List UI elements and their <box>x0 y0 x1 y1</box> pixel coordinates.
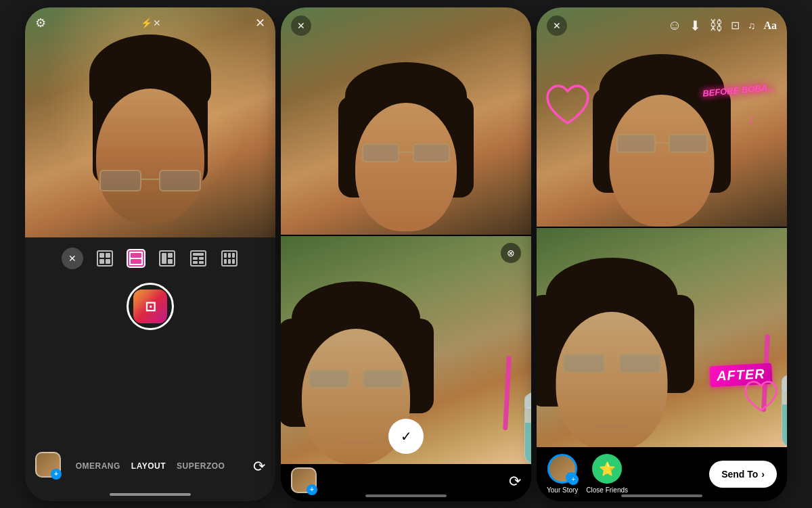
layout-option-4[interactable] <box>189 249 208 268</box>
layout-icon-s3[interactable]: ⊡ <box>731 19 740 32</box>
your-story-label: Your Story <box>547 486 578 494</box>
story-plus-icon: + <box>568 474 579 485</box>
screen3: ✕ ☺ ⬇ ⛓ ⊡ ♫ Aa <box>537 7 787 501</box>
glasses-s3 <box>616 134 708 154</box>
friends-avatar: ⭐ <box>592 454 622 484</box>
glasses-right <box>159 170 201 191</box>
layout-option-1[interactable] <box>95 249 114 268</box>
smile-bot-s3 <box>593 421 631 427</box>
glasses-left <box>99 170 141 191</box>
layout-wrapper-2: ✕ <box>281 7 531 464</box>
face-bottom-s3 <box>537 258 696 447</box>
screen2: ✕ <box>281 7 531 501</box>
screen3-close-button[interactable]: ✕ <box>547 16 567 36</box>
checkmark-icon: ✓ <box>401 428 412 444</box>
close-layout-button[interactable]: ✕ <box>62 248 83 269</box>
boba-cup-body <box>524 407 531 464</box>
close-icon[interactable]: ✕ <box>255 16 265 30</box>
close-layout-icon: ✕ <box>68 253 76 264</box>
mode-superzoom[interactable]: SUPERZOO <box>177 461 225 471</box>
mode-layout[interactable]: LAYOUT <box>131 461 166 471</box>
glasses-left-bot-s3 <box>563 354 605 373</box>
close-friends-label: Close Friends <box>586 486 628 494</box>
camera-rotate-icon[interactable]: ⟳ <box>253 458 265 476</box>
sticker-icon[interactable]: ☺ <box>668 18 681 33</box>
flash-icon[interactable]: ⚡ <box>141 18 152 28</box>
boba-liquid-s3 <box>782 405 787 446</box>
layout-bottom-photo: ⊗ <box>281 236 531 464</box>
screen2-close-button[interactable]: ✕ <box>291 16 311 36</box>
settings-icon[interactable]: ⚙ <box>35 16 46 30</box>
close-friends-button[interactable]: ⭐ Close Friends <box>586 454 628 494</box>
music-icon[interactable]: ♫ <box>748 20 755 31</box>
boba-dome <box>524 390 531 409</box>
delete-photo-button[interactable]: ⊗ <box>501 243 521 263</box>
glasses-right-bot-s3 <box>619 354 661 373</box>
heart-left-drawn <box>544 84 591 128</box>
rotate-icon-s2[interactable]: ⟳ <box>509 473 521 490</box>
face-top-s2 <box>332 62 480 235</box>
face-oval-s2 <box>355 103 457 231</box>
home-indicator-s2 <box>365 494 447 497</box>
layout-option-5[interactable] <box>220 249 239 268</box>
arrow-sticker: ↓ <box>746 112 756 127</box>
layout-controls: ✕ <box>25 237 275 501</box>
phone-screen-1: ⚙ ⚡ ✕ ✕ <box>25 7 275 501</box>
smile-s2 <box>336 437 376 444</box>
layout-icon-row: ✕ <box>62 248 239 269</box>
glasses-left-s3 <box>616 134 656 153</box>
layout-logo: ⊡ <box>133 290 167 323</box>
screens-container: ⚙ ⚡ ✕ ✕ <box>0 0 812 508</box>
glasses-right-s2 <box>413 143 450 162</box>
camera-preview: ⚙ ⚡ ✕ ✕ <box>25 7 275 237</box>
glasses-left-bot-s2 <box>309 369 349 388</box>
send-to-button[interactable]: Send To › <box>709 461 777 488</box>
glasses-bridge-bot-s2 <box>349 377 363 379</box>
face-oval <box>96 89 204 224</box>
screen2-bottom-bar: + ⟳ <box>281 464 531 501</box>
home-indicator <box>110 493 191 496</box>
boba-liquid <box>525 423 531 463</box>
layout-option-3[interactable] <box>158 249 177 268</box>
camera-modes: OMERANG LAYOUT SUPERZOO <box>25 461 275 471</box>
delete-icon: ⊗ <box>507 248 515 258</box>
home-indicator-s3 <box>621 494 702 497</box>
glasses-bridge-s2 <box>399 152 413 153</box>
confirm-layout-button[interactable]: ✓ <box>388 419 424 454</box>
close-icon-s2: ✕ <box>297 20 305 31</box>
face-preview <box>83 34 218 237</box>
glasses <box>99 170 201 193</box>
glasses-bridge <box>141 179 159 180</box>
boba-dome-s3 <box>782 371 787 390</box>
text-tool-button[interactable]: Aa <box>763 20 777 32</box>
screen2-top-bar: ✕ <box>281 16 531 36</box>
glasses-left-s2 <box>362 143 399 162</box>
top-bar-screen1: ⚙ ⚡ ✕ ✕ <box>25 16 275 30</box>
story-toolbar: ☺ ⬇ ⛓ ⊡ ♫ Aa <box>668 18 777 34</box>
face-top-s3 <box>587 54 736 227</box>
phone-screen-3: ✕ ☺ ⬇ ⛓ ⊡ ♫ Aa <box>537 7 787 501</box>
glasses-bridge-s3 <box>656 142 669 143</box>
arrow-text: ↓ <box>747 112 757 126</box>
layout-capture-button[interactable]: ⊡ <box>127 283 174 330</box>
mode-boomerang[interactable]: OMERANG <box>76 461 120 471</box>
boba-cup-s3 <box>782 388 787 447</box>
face-oval-s3 <box>610 95 715 227</box>
glasses-right-bot-s2 <box>363 369 403 388</box>
link-icon[interactable]: ⛓ <box>709 18 723 33</box>
glasses-s2 <box>362 143 450 164</box>
glasses-bot-s2 <box>309 369 403 390</box>
your-story-avatar-wrapper: + <box>547 454 577 484</box>
download-icon[interactable]: ⬇ <box>690 18 701 34</box>
your-story-button[interactable]: + Your Story <box>547 454 578 494</box>
layout-option-2-active[interactable] <box>127 249 145 268</box>
layout-wrapper-3: ✕ ☺ ⬇ ⛓ ⊡ ♫ Aa <box>537 7 787 447</box>
boba-straw <box>503 355 512 430</box>
heart-right-drawn <box>742 380 780 414</box>
flash-area: ⚡ ✕ <box>141 18 161 28</box>
screen3-bottom-bar: + Your Story ⭐ Close Friends Send To › <box>537 447 787 501</box>
glasses-bot-s3 <box>563 354 661 374</box>
face-oval-bot-s3 <box>556 312 668 447</box>
story-bottom-photo: AFTER <box>537 228 787 447</box>
screen3-top-bar: ✕ ☺ ⬇ ⛓ ⊡ ♫ Aa <box>537 16 787 36</box>
